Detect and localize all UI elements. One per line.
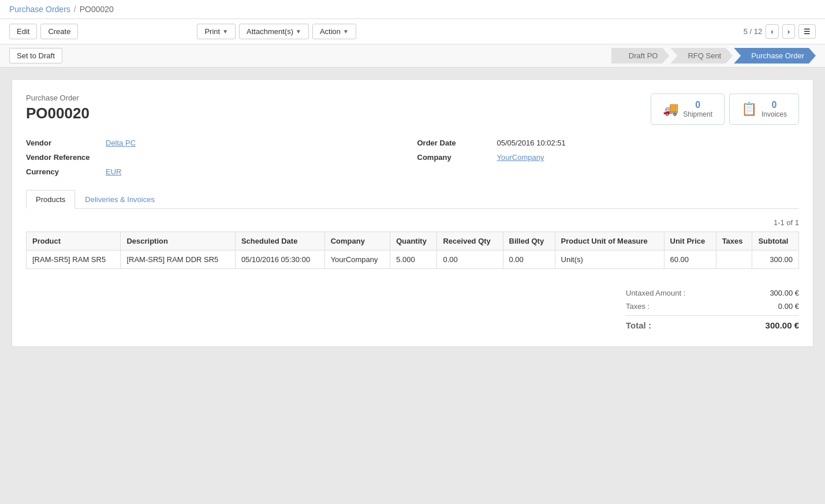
pagination-info: 5 / 12 xyxy=(744,27,763,36)
col-taxes: Taxes xyxy=(716,232,752,251)
status-step-rfq[interactable]: RFQ Sent xyxy=(670,48,733,64)
totals-section: Untaxed Amount : 300.00 € Taxes : 0.00 €… xyxy=(26,281,799,333)
main-content: Purchase Order PO00020 🚚 0 Shipment 📋 0 … xyxy=(0,68,825,359)
vendor-ref-field-row: Vendor Reference xyxy=(26,153,408,162)
prev-page-button[interactable]: ‹ xyxy=(766,24,778,39)
status-step-draft[interactable]: Draft PO xyxy=(611,48,670,64)
cell-scheduled-date: 05/10/2016 05:30:00 xyxy=(235,251,324,269)
table-row[interactable]: [RAM-SR5] RAM SR5 [RAM-SR5] RAM DDR SR5 … xyxy=(27,251,799,269)
totals-table: Untaxed Amount : 300.00 € Taxes : 0.00 €… xyxy=(626,286,799,333)
cell-quantity: 5.000 xyxy=(390,251,437,269)
shipment-smart-button[interactable]: 🚚 0 Shipment xyxy=(651,94,725,125)
smart-buttons: 🚚 0 Shipment 📋 0 Invoices xyxy=(651,94,799,125)
left-fields: Vendor Delta PC Vendor Reference Currenc… xyxy=(26,139,408,176)
attachments-label: Attachment(s) xyxy=(247,27,293,36)
print-label: Print xyxy=(204,27,220,36)
col-description: Description xyxy=(121,232,235,251)
breadcrumb-separator: / xyxy=(74,5,76,14)
col-company: Company xyxy=(324,232,390,251)
order-date-label: Order Date xyxy=(417,139,492,147)
form-fields: Vendor Delta PC Vendor Reference Currenc… xyxy=(26,139,799,176)
company-value[interactable]: YourCompany xyxy=(497,153,544,162)
col-quantity: Quantity xyxy=(390,232,437,251)
untaxed-label: Untaxed Amount : xyxy=(626,289,685,297)
cell-received-qty: 0.00 xyxy=(437,251,503,269)
table-header-row: Product Description Scheduled Date Compa… xyxy=(27,232,799,251)
action-button[interactable]: Action ▼ xyxy=(312,24,356,39)
form-subtitle: Purchase Order xyxy=(26,94,89,102)
pagination-section: 5 / 12 ‹ › ☰ xyxy=(744,24,816,39)
status-step-purchase[interactable]: Purchase Order xyxy=(734,48,816,64)
products-table: Product Description Scheduled Date Compa… xyxy=(26,232,799,269)
set-to-draft-button[interactable]: Set to Draft xyxy=(9,48,62,64)
invoice-icon: 📋 xyxy=(741,102,757,117)
cell-unit-price: 60.00 xyxy=(664,251,716,269)
currency-field-row: Currency EUR xyxy=(26,167,408,176)
vendor-label: Vendor xyxy=(26,139,101,147)
breadcrumb-bar: Purchase Orders / PO00020 xyxy=(0,0,825,19)
create-button[interactable]: Create xyxy=(40,24,78,39)
shipment-count: 0 xyxy=(683,100,712,110)
form-title: PO00020 xyxy=(26,104,89,122)
print-dropdown-arrow: ▼ xyxy=(222,28,228,35)
vendor-ref-label: Vendor Reference xyxy=(26,153,101,162)
cell-product: [RAM-SR5] RAM SR5 xyxy=(27,251,121,269)
taxes-value: 0.00 € xyxy=(778,302,799,311)
cell-billed-qty: 0.00 xyxy=(503,251,555,269)
action-bar: Edit Create Print ▼ Attachment(s) ▼ Acti… xyxy=(0,19,825,44)
truck-icon: 🚚 xyxy=(663,102,678,117)
currency-value[interactable]: EUR xyxy=(106,167,121,176)
total-label: Total : xyxy=(626,320,651,330)
invoices-smart-button[interactable]: 📋 0 Invoices xyxy=(729,94,799,125)
action-label: Action xyxy=(320,27,341,36)
form-container: Purchase Order PO00020 🚚 0 Shipment 📋 0 … xyxy=(12,79,813,347)
shipment-label: Shipment xyxy=(683,110,712,118)
status-bar: Set to Draft Draft PO RFQ Sent Purchase … xyxy=(0,44,825,68)
cell-subtotal: 300.00 xyxy=(752,251,799,269)
invoices-label: Invoices xyxy=(761,110,787,118)
attachments-button[interactable]: Attachment(s) ▼ xyxy=(239,24,309,39)
list-view-button[interactable]: ☰ xyxy=(798,24,816,39)
cell-description: [RAM-SR5] RAM DDR SR5 xyxy=(121,251,235,269)
total-value: 300.00 € xyxy=(766,320,799,330)
print-button[interactable]: Print ▼ xyxy=(197,24,236,39)
total-row: Total : 300.00 € xyxy=(626,315,799,333)
vendor-value[interactable]: Delta PC xyxy=(106,139,136,147)
col-scheduled-date: Scheduled Date xyxy=(235,232,324,251)
untaxed-value: 300.00 € xyxy=(770,289,799,297)
invoices-count: 0 xyxy=(761,100,787,110)
order-date-value: 05/05/2016 10:02:51 xyxy=(497,139,566,147)
order-date-field-row: Order Date 05/05/2016 10:02:51 xyxy=(417,139,800,147)
form-title-section: Purchase Order PO00020 xyxy=(26,94,89,122)
company-label: Company xyxy=(417,153,492,162)
col-subtotal: Subtotal xyxy=(752,232,799,251)
breadcrumb-parent[interactable]: Purchase Orders xyxy=(9,5,70,14)
col-received-qty: Received Qty xyxy=(437,232,503,251)
untaxed-row: Untaxed Amount : 300.00 € xyxy=(626,286,799,300)
tab-products[interactable]: Products xyxy=(26,190,75,209)
right-fields: Order Date 05/05/2016 10:02:51 Company Y… xyxy=(417,139,800,176)
cell-company: YourCompany xyxy=(324,251,390,269)
tab-deliveries[interactable]: Deliveries & Invoices xyxy=(75,190,165,209)
table-pagination: 1-1 of 1 xyxy=(26,218,799,227)
cell-product-uom: Unit(s) xyxy=(555,251,664,269)
taxes-label: Taxes : xyxy=(626,302,649,311)
action-dropdown-arrow: ▼ xyxy=(343,28,349,35)
vendor-field-row: Vendor Delta PC xyxy=(26,139,408,147)
cell-taxes xyxy=(716,251,752,269)
taxes-row: Taxes : 0.00 € xyxy=(626,300,799,313)
col-product: Product xyxy=(27,232,121,251)
breadcrumb: Purchase Orders / PO00020 xyxy=(9,5,114,14)
attachments-dropdown-arrow: ▼ xyxy=(296,28,301,35)
tabs: Products Deliveries & Invoices xyxy=(26,190,799,209)
company-field-row: Company YourCompany xyxy=(417,153,800,162)
form-header: Purchase Order PO00020 🚚 0 Shipment 📋 0 … xyxy=(26,94,799,125)
breadcrumb-current: PO00020 xyxy=(80,5,114,14)
currency-label: Currency xyxy=(26,167,101,176)
col-product-uom: Product Unit of Measure xyxy=(555,232,664,251)
edit-button[interactable]: Edit xyxy=(9,24,37,39)
status-steps: Draft PO RFQ Sent Purchase Order xyxy=(611,48,816,64)
next-page-button[interactable]: › xyxy=(782,24,795,39)
col-unit-price: Unit Price xyxy=(664,232,716,251)
col-billed-qty: Billed Qty xyxy=(503,232,555,251)
